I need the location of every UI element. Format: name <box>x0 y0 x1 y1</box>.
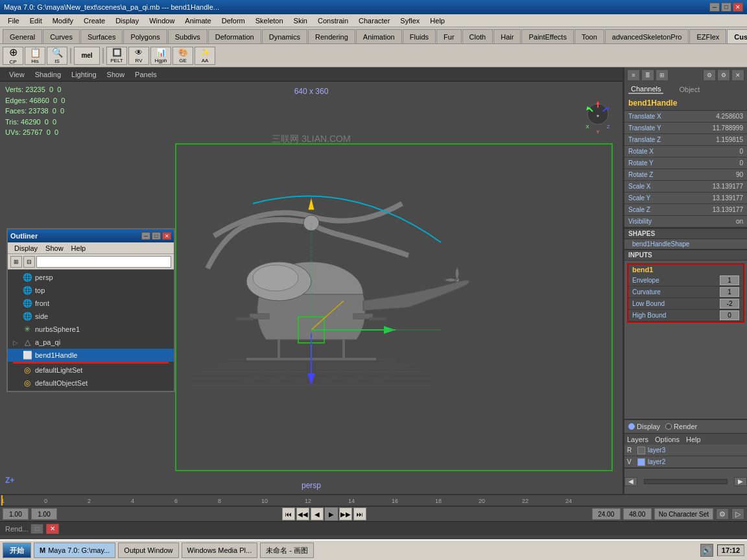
tab-surfaces[interactable]: Surfaces <box>80 29 123 43</box>
menu-item-character[interactable]: Character <box>353 14 395 27</box>
high-bound-row[interactable]: High Bound 0 <box>628 310 743 321</box>
pelt-button[interactable]: 🔲PELT <box>106 47 127 65</box>
tab-painteffects[interactable]: PaintEffects <box>521 29 574 43</box>
layer3-row[interactable]: R layer3 <box>624 445 747 456</box>
menu-item-help[interactable]: Help <box>425 14 450 27</box>
play-btn[interactable]: ▶ <box>325 508 338 520</box>
close-button[interactable]: ✕ <box>733 3 743 12</box>
shading-menu[interactable]: Shading <box>31 71 65 78</box>
is-button[interactable]: 🔍IS <box>47 47 67 65</box>
help-menu-item[interactable]: Help <box>686 436 701 443</box>
outliner-close[interactable]: ✕ <box>162 232 171 240</box>
tab-ezflex[interactable]: EZFlex <box>689 29 726 43</box>
input-node-name[interactable]: bend1 <box>628 264 743 275</box>
go-to-start-btn[interactable]: ⏮ <box>282 508 295 520</box>
view-menu[interactable]: View <box>5 71 29 78</box>
layer2-row[interactable]: V layer2 <box>624 456 747 468</box>
tab-fluids[interactable]: Fluids <box>403 29 436 43</box>
channels-tab[interactable]: Channels <box>628 85 663 94</box>
outliner-help-menu[interactable]: Help <box>67 244 90 252</box>
prev-frame-btn[interactable]: ◀◀ <box>296 508 309 520</box>
taskbar-output-btn[interactable]: Output Window <box>118 542 178 558</box>
step-fwd-btn[interactable]: ▶▶ <box>339 508 352 520</box>
hgph-button[interactable]: 📊Hgph <box>150 47 171 65</box>
tab-general[interactable]: General <box>3 29 42 43</box>
outliner-item-nurbssphere[interactable]: ✳ nurbsSphere1 <box>8 323 174 336</box>
outliner-item-defaultobjectset[interactable]: ◎ defaultObjectSet <box>8 377 174 390</box>
menu-item-create[interactable]: Create <box>78 14 110 27</box>
options-menu-item[interactable]: Options <box>655 436 680 443</box>
tab-toon[interactable]: Toon <box>575 29 604 43</box>
layer3-checkbox[interactable] <box>637 447 645 454</box>
aa-button[interactable]: ✨AA <box>195 47 215 65</box>
nav-cube[interactable]: ● Y X Z <box>578 101 617 140</box>
no-char-set[interactable]: No Character Set <box>654 508 713 520</box>
menu-item-syflex[interactable]: Syflex <box>395 14 425 27</box>
outliner-restore[interactable]: □ <box>152 232 161 240</box>
tab-cloth[interactable]: Cloth <box>462 29 493 43</box>
outliner-item-side[interactable]: 🌐 side <box>8 310 174 323</box>
rotate-z-row[interactable]: Rotate Z 90 <box>624 169 747 181</box>
tab-curves[interactable]: Curves <box>43 29 80 43</box>
range-end-input[interactable] <box>623 508 652 520</box>
scale-x-row[interactable]: Scale X 13.139177 <box>624 181 747 192</box>
tab-deformation[interactable]: Deformation <box>208 29 261 43</box>
outliner-display-menu[interactable]: Display <box>10 244 42 252</box>
outliner-item-top[interactable]: 🌐 top <box>8 284 174 297</box>
menu-item-animate[interactable]: Animate <box>180 14 216 27</box>
rotate-x-row[interactable]: Rotate X 0 <box>624 146 747 158</box>
timeline-ruler[interactable]: 1 0 2 4 6 8 10 12 14 16 18 20 22 24 <box>0 495 747 506</box>
menu-item-constrain[interactable]: Constrain <box>313 14 353 27</box>
mel-button[interactable]: mel <box>74 47 100 65</box>
minimize-button[interactable]: ─ <box>709 3 720 12</box>
tab-custom[interactable]: Custom <box>727 29 747 43</box>
outliner-item-bend1handle[interactable]: ⬜ bend1Handle <box>8 349 174 362</box>
menu-item-skeleton[interactable]: Skeleton <box>250 14 289 27</box>
translate-y-row[interactable]: Translate Y 11.788999 <box>624 122 747 134</box>
taskbar-media-btn[interactable]: Windows Media Pl... <box>182 542 258 558</box>
low-bound-row[interactable]: Low Bound -2 <box>628 298 743 310</box>
end-frame-input[interactable] <box>592 508 621 520</box>
current-frame-input[interactable] <box>3 508 29 520</box>
display-radio[interactable]: Display <box>628 423 660 430</box>
start-button[interactable]: 开始 <box>3 542 31 558</box>
shapes-header[interactable]: SHAPES <box>624 229 747 239</box>
show-menu[interactable]: Show <box>103 71 129 78</box>
tab-advancedskeletonpro[interactable]: advancedSkeletonPro <box>605 29 689 43</box>
object-tab[interactable]: Object <box>676 86 702 93</box>
menu-item-deform[interactable]: Deform <box>217 14 250 27</box>
status-close-btn[interactable]: ✕ <box>46 524 59 534</box>
outliner-item-front[interactable]: 🌐 front <box>8 297 174 310</box>
shape-item[interactable]: bend1HandleShape <box>624 239 747 249</box>
render-radio[interactable]: Render <box>665 423 697 430</box>
menu-item-display[interactable]: Display <box>110 14 144 27</box>
scale-z-row[interactable]: Scale Z 13.139177 <box>624 204 747 216</box>
translate-z-row[interactable]: Translate Z 1.159815 <box>624 134 747 146</box>
layer2-checkbox[interactable] <box>637 458 645 466</box>
tab-hair[interactable]: Hair <box>493 29 521 43</box>
taskbar-paint-btn[interactable]: 未命名 - 画图 <box>260 542 314 558</box>
panel-tool-1[interactable]: ≡ <box>627 69 640 81</box>
rv-button[interactable]: 👁RV <box>128 47 149 65</box>
ge-button[interactable]: 🎨GE <box>172 47 193 65</box>
panel-tool-3[interactable]: ⊞ <box>656 69 669 81</box>
scroll-right[interactable]: ▶ <box>734 477 747 486</box>
menu-item-file[interactable]: File <box>3 14 25 27</box>
menu-item-modify[interactable]: Modify <box>47 14 78 27</box>
tab-subdivs[interactable]: Subdivs <box>168 29 208 43</box>
maximize-button[interactable]: □ <box>721 3 731 12</box>
outliner-show-menu[interactable]: Show <box>42 244 67 252</box>
outliner-item-persp[interactable]: 🌐 persp <box>8 271 174 284</box>
menu-item-skin[interactable]: Skin <box>289 14 313 27</box>
scale-y-row[interactable]: Scale Y 13.139177 <box>624 192 747 204</box>
start-frame-input[interactable] <box>31 508 57 520</box>
step-back-btn[interactable]: ◀ <box>311 508 324 520</box>
translate-x-row[interactable]: Translate X 4.258603 <box>624 111 747 122</box>
playback-opts-btn[interactable]: ▷ <box>731 508 744 520</box>
outliner-collapse-all[interactable]: ⊟ <box>23 256 35 268</box>
panel-tool-2[interactable]: ≣ <box>641 69 654 81</box>
menu-item-edit[interactable]: Edit <box>25 14 47 27</box>
outliner-item-apaqi[interactable]: ▷ △ a_pa_qi <box>8 336 174 349</box>
taskbar-maya-btn[interactable]: M Maya 7.0: G:\may... <box>34 542 115 558</box>
tab-polygons[interactable]: Polygons <box>123 29 167 43</box>
